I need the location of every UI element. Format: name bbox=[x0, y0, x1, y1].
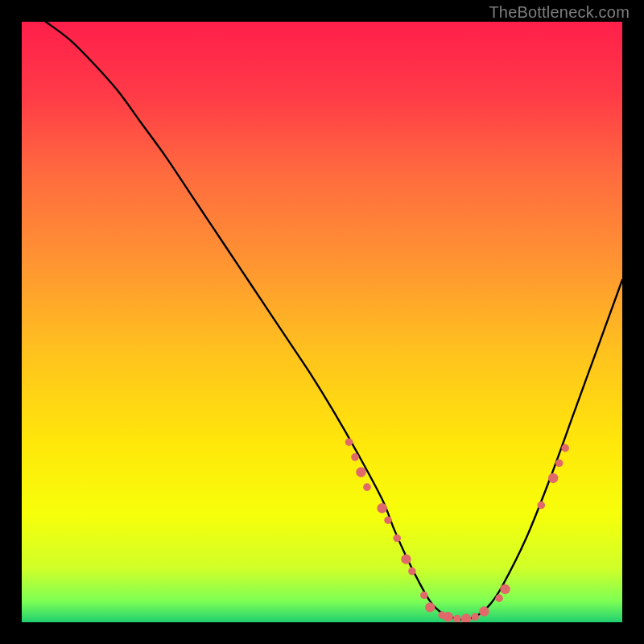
data-point bbox=[363, 483, 371, 491]
data-point bbox=[471, 613, 479, 621]
data-point bbox=[443, 612, 452, 621]
data-point bbox=[561, 444, 569, 452]
data-point bbox=[401, 554, 411, 564]
data-point bbox=[548, 473, 558, 483]
watermark-text: TheBottleneck.com bbox=[489, 3, 630, 22]
data-point bbox=[479, 606, 489, 616]
data-point bbox=[425, 602, 435, 612]
data-point bbox=[537, 502, 545, 510]
data-point bbox=[356, 467, 365, 477]
data-point bbox=[408, 568, 416, 576]
data-point bbox=[351, 453, 359, 461]
data-point bbox=[495, 594, 503, 602]
data-point bbox=[500, 584, 510, 594]
data-point bbox=[345, 438, 353, 446]
data-point bbox=[393, 535, 401, 543]
data-point bbox=[420, 592, 428, 600]
gradient-background bbox=[22, 22, 622, 622]
chart-svg bbox=[22, 22, 622, 622]
plot-area bbox=[22, 22, 622, 622]
data-point bbox=[555, 460, 564, 468]
chart-stage: TheBottleneck.com bbox=[0, 0, 644, 644]
data-point bbox=[453, 615, 461, 622]
data-point bbox=[377, 503, 386, 513]
data-point bbox=[384, 516, 392, 524]
